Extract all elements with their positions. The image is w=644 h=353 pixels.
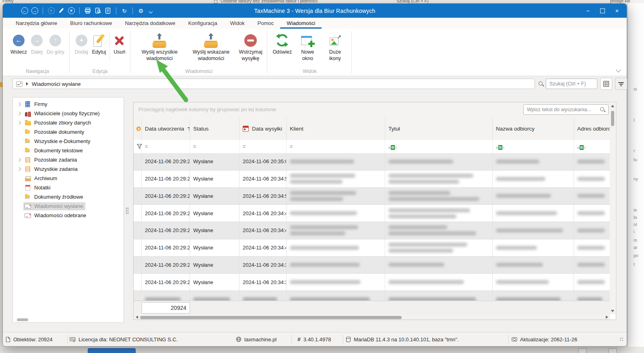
close-button[interactable]: × (610, 4, 624, 18)
blur-streak (243, 297, 277, 301)
ribbon-button-wyślij-wskazane-wiadomości[interactable]: Wyślij wskazane wiadomości (185, 32, 237, 62)
message-row[interactable]: 2024-11-06 20:29:25Wysłane2024-11-06 20:… (134, 257, 610, 274)
ribbon-button-edytuj[interactable]: Edytuj (90, 32, 108, 56)
back-icon[interactable]: ← (21, 6, 29, 15)
folder-doc-icon (25, 138, 31, 145)
background-text-fragment: Szukaj (Ctrl + F) (396, 0, 429, 3)
expand-chevron-icon[interactable] (17, 168, 21, 170)
sidebar-item-dokumenty-źródłowe[interactable]: Dokumenty źródłowe (13, 192, 124, 201)
scroll-left-icon[interactable] (136, 316, 138, 319)
ribbon-button-wstrzymaj-wysyłkę[interactable]: Wstrzymaj wysyłkę (237, 32, 264, 62)
filter-cell-adres-odbiorcy[interactable]: aBc (574, 140, 611, 153)
redacted-content (290, 246, 385, 250)
scroll-up-icon[interactable] (611, 105, 614, 107)
expand-chevron-icon[interactable] (17, 112, 21, 115)
sidebar-item-firmy[interactable]: Firmy (13, 100, 124, 109)
sidebar-item-pozostałe-zadania[interactable]: Pozostałe zadania (13, 155, 124, 164)
global-search-input[interactable] (546, 79, 597, 89)
print-icon[interactable] (84, 6, 92, 15)
cell-adres-odbiorcy (574, 188, 610, 205)
sidebar-item-dokumenty-tekstowe[interactable]: Dokumenty tekstowe (13, 146, 124, 155)
background-text-fragment: i (634, 229, 634, 234)
tab-konfiguracja[interactable]: Konfiguracja (182, 18, 223, 29)
tab-wiadomości[interactable]: Wiadomości (280, 18, 322, 29)
item-content: Wszystkie e-Dokumenty (23, 137, 93, 145)
cell-data-utworzenia: 2024-11-06 20:29:25 (142, 274, 190, 291)
filter-cell-klient[interactable]: = (287, 140, 385, 153)
column-header-data-wysyłki[interactable]: Data wysyłki (239, 118, 287, 140)
forward-icon[interactable]: → (31, 6, 39, 15)
filter-cell-indicator[interactable] (134, 140, 142, 153)
column-header-adres-odbiorcy[interactable]: Adres odbiorcy (574, 118, 611, 140)
add-icon[interactable]: + (47, 6, 55, 15)
message-row[interactable]: 2024-11-06 20:29:28Wysłane2024-11-06 20:… (134, 170, 610, 188)
tab-pomoc[interactable]: Pomoc (251, 18, 280, 29)
cell-status: Wysłane (190, 170, 239, 187)
grid-search-input[interactable] (523, 104, 609, 115)
message-row[interactable]: 2024-11-06 20:29:25Wysłane2024-11-06 20:… (134, 274, 610, 291)
sidebar-item-pozostałe-zbiory-danych[interactable]: Pozostałe zbiory danych (13, 118, 124, 127)
tab-narzędzia-główne[interactable]: Narzędzia główne (9, 18, 64, 29)
sidebar-item-pozostałe-dokumenty[interactable]: Pozostałe dokumenty (13, 127, 124, 137)
export-document-icon[interactable] (104, 6, 112, 15)
delete-icon[interactable]: × (67, 6, 75, 15)
expand-chevron-icon[interactable] (17, 103, 21, 106)
hscroll-thumb[interactable] (140, 316, 402, 319)
blur-streak (290, 160, 354, 164)
sidebar-item-wiadomości-odebrane[interactable]: Wiadomości odebrane (13, 211, 124, 220)
ribbon-button-nowe-okno[interactable]: Nowe okno (294, 32, 321, 62)
message-row[interactable]: 2024-11-06 20:29:29Wysłane2024-11-06 20:… (134, 153, 610, 170)
message-row[interactable]: 2024-11-06 20:29:26Wysłane2024-11-06 20:… (134, 239, 610, 257)
tab-widok[interactable]: Widok (224, 18, 251, 29)
item-content: Pozostałe zbiory danych (23, 119, 93, 127)
ribbon-button-usuń[interactable]: Usuń (111, 32, 127, 56)
filter-cell-tytuł[interactable]: aBc (385, 140, 493, 153)
tree-hscroll-thumb[interactable] (17, 318, 28, 321)
expand-chevron-icon[interactable] (17, 121, 21, 124)
sidebar-item-notatki[interactable]: Notatki (13, 183, 124, 192)
column-header-nazwa-odbiorcy[interactable]: Nazwa odbiorcy (493, 118, 574, 140)
message-row[interactable]: 2024-11-06 20:29:27Wysłane2024-11-06 20:… (134, 205, 610, 222)
scroll-down-icon[interactable] (611, 310, 614, 312)
vertical-scrollbar[interactable] (610, 103, 615, 314)
maximize-button[interactable] (595, 4, 610, 18)
message-row-partial[interactable] (134, 291, 610, 301)
column-header-tytuł[interactable]: Tytuł (385, 118, 493, 140)
redacted-content (290, 174, 385, 184)
scroll-right-icon[interactable] (606, 316, 608, 319)
filter-cell-status[interactable]: = (190, 140, 239, 153)
filter-cell-nazwa-odbiorcy[interactable]: aBc (493, 140, 574, 153)
minimize-button[interactable]: − (581, 4, 595, 18)
message-row[interactable]: 2024-11-06 20:29:28Wysłane2024-11-06 20:… (134, 188, 610, 205)
ribbon-button-wstecz[interactable]: ←Wstecz (8, 32, 29, 56)
column-header-klient[interactable]: Klient (287, 118, 385, 140)
horizontal-scrollbar[interactable] (134, 315, 610, 320)
ribbon-button-odśwież[interactable]: Odśwież (270, 32, 294, 56)
message-row[interactable]: 2024-11-06 20:29:27Wysłane2024-11-06 20:… (134, 222, 610, 239)
sidebar-item-wszystkie-e-dokumenty[interactable]: Wszystkie e-Dokumenty (13, 137, 124, 146)
ribbon-button-wyślij-wszystkie-wiadomości[interactable]: Wyślij wszystkie wiadomości (134, 32, 185, 62)
column-header-indicator[interactable] (134, 118, 142, 140)
filter-cell-data-utworzenia[interactable]: = (142, 140, 190, 153)
column-header-status[interactable]: Status (190, 118, 239, 140)
sidebar-item-wszystkie-zadania[interactable]: Wszystkie zadania (13, 164, 124, 174)
vscroll-thumb[interactable] (611, 111, 614, 126)
tab-narzędzia-dodatkowe[interactable]: Narzędzia dodatkowe (118, 18, 182, 29)
filter-cell-data-wysyłki[interactable]: = (239, 140, 287, 153)
collapse-ribbon-icon[interactable] (615, 67, 622, 73)
expand-chevron-icon[interactable] (17, 158, 21, 161)
resize-grip[interactable] (619, 337, 623, 341)
breadcrumb[interactable]: Wiadomości wysłane (12, 79, 535, 89)
tab-biuro-rachunkowe[interactable]: Biuro rachunkowe (64, 18, 118, 29)
print-preview-icon[interactable] (94, 6, 102, 15)
column-header-data-utworzenia[interactable]: Data utworzenia (142, 118, 190, 140)
blur-streak (290, 280, 361, 284)
sidebar-item-wiadomości-wysłane[interactable]: Wiadomości wysłane (13, 201, 124, 211)
filter-button[interactable] (615, 78, 627, 90)
splitter-handle[interactable] (126, 207, 129, 214)
grid-view-button[interactable] (600, 78, 612, 90)
edit-icon[interactable] (57, 6, 65, 15)
sidebar-item-archiwum[interactable]: Archiwum (13, 174, 124, 183)
sidebar-item-właściciele-osoby-fizyczne-[interactable]: Właściciele (osoby fizyczne) (13, 109, 124, 118)
ribbon-button-duże-ikony[interactable]: ↗Duże ikony (321, 32, 349, 62)
